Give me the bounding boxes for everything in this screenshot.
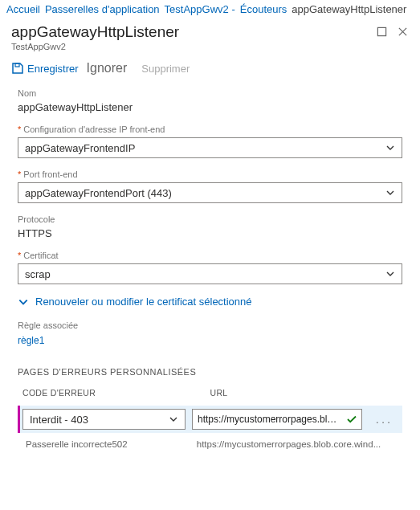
frontend-port-value: appGatewayFrontendPort (443) — [25, 187, 172, 199]
breadcrumb: Accueil Passerelles d'application TestAp… — [0, 2, 420, 18]
error-url-input[interactable] — [192, 409, 362, 430]
error-code-value: Interdit - 403 — [30, 414, 88, 426]
save-icon — [11, 62, 24, 75]
restore-window-icon[interactable] — [373, 23, 389, 39]
error-row-502[interactable]: Passerelle incorrecte502 https://mycusto… — [18, 433, 402, 454]
chevron-down-icon — [18, 296, 29, 308]
name-value: appGatewayHttpListener — [18, 101, 402, 113]
column-header-url: URL — [210, 388, 398, 398]
certificate-label: *Certificat — [18, 251, 402, 260]
frontend-ip-select[interactable]: appGatewayFrontendIP — [18, 137, 402, 158]
row-more-button[interactable]: . . . — [369, 414, 398, 426]
renew-certificate-toggle[interactable]: Renouveler ou modifier le certificat sél… — [18, 296, 402, 308]
certificate-value: scrap — [25, 268, 51, 280]
frontend-ip-label: *Configuration d'adresse IP front-end — [18, 124, 402, 134]
save-button[interactable]: Enregistrer — [11, 62, 79, 75]
name-label: Nom — [18, 88, 402, 98]
protocol-label: Protocole — [18, 214, 402, 224]
error-table: CODE D'ERREUR URL Interdit - 403 — [18, 388, 402, 454]
custom-error-pages-header: PAGES D'ERREURS PERSONNALISÉES — [18, 367, 402, 377]
error-row-403[interactable]: Interdit - 403 . . . — [18, 406, 402, 433]
error-url-static: https://mycustomerrorpages.blob.core.win… — [197, 439, 398, 449]
breadcrumb-current: appGatewayHttpListener — [292, 3, 406, 15]
breadcrumb-listeners[interactable]: Écouteurs — [240, 3, 287, 15]
breadcrumb-appgateways[interactable]: Passerelles d'application — [45, 3, 160, 15]
svg-rect-0 — [377, 27, 385, 35]
delete-button[interactable]: Supprimer — [141, 63, 190, 75]
frontend-ip-value: appGatewayFrontendIP — [25, 142, 135, 154]
chevron-down-icon — [169, 414, 178, 424]
breadcrumb-home[interactable]: Accueil — [6, 3, 40, 15]
certificate-select[interactable]: scrap — [18, 263, 402, 284]
error-code-select[interactable]: Interdit - 403 — [22, 409, 186, 430]
ignore-button[interactable]: Ignorer — [87, 61, 128, 75]
chevron-down-icon — [385, 269, 395, 279]
save-label: Enregistrer — [27, 63, 79, 75]
associated-rule-label: Règle associée — [18, 320, 402, 330]
validated-check-icon — [346, 414, 357, 425]
protocol-value: HTTPS — [18, 227, 402, 239]
close-icon[interactable] — [394, 23, 410, 39]
page-title: appGatewayHttpListener — [11, 23, 179, 41]
associated-rule-link[interactable]: règle1 — [18, 335, 402, 346]
column-header-code: CODE D'ERREUR — [22, 388, 210, 398]
chevron-down-icon — [385, 188, 395, 198]
page-subtitle: TestAppGwv2 — [11, 42, 179, 51]
chevron-down-icon — [385, 143, 395, 153]
error-code-static: Passerelle incorrecte502 — [26, 439, 190, 449]
breadcrumb-gateway[interactable]: TestAppGwv2 - — [165, 3, 235, 15]
frontend-port-select[interactable]: appGatewayFrontendPort (443) — [18, 182, 402, 203]
renew-certificate-label: Renouveler ou modifier le certificat sél… — [35, 296, 252, 308]
frontend-port-label: *Port front-end — [18, 169, 402, 179]
svg-rect-1 — [15, 63, 19, 67]
toolbar: Enregistrer Ignorer Supprimer — [0, 55, 420, 84]
